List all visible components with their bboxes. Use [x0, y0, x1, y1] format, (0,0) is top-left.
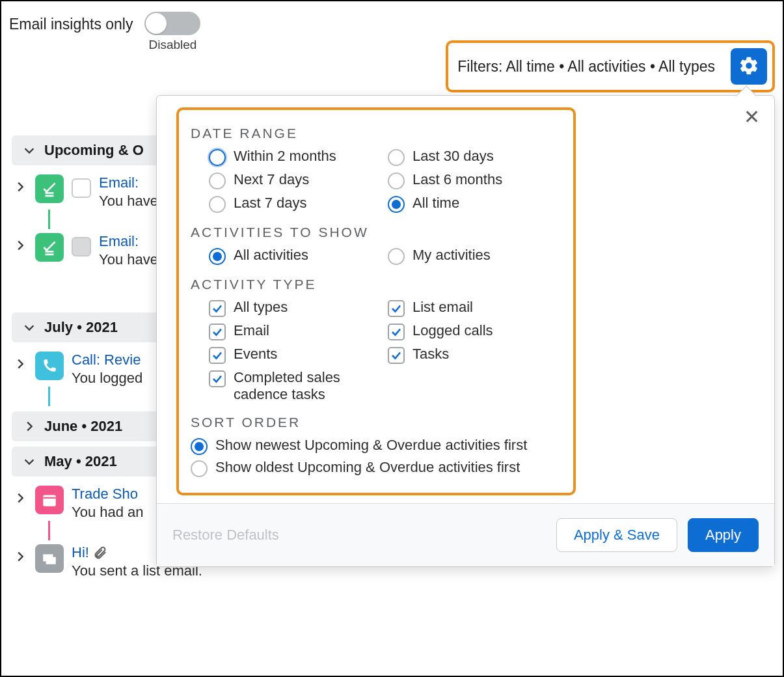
activity-type-option[interactable]: Email — [209, 322, 383, 340]
list-email-icon — [35, 544, 64, 573]
gear-icon — [738, 55, 759, 78]
close-icon: ✕ — [744, 106, 760, 128]
email-insights-label: Email insights only — [9, 12, 133, 33]
activities-option[interactable]: My activities — [388, 247, 561, 265]
sort-order-option[interactable]: Show oldest Upcoming & Overdue activitie… — [191, 459, 561, 477]
activities-option[interactable]: All activities — [209, 247, 383, 265]
call-icon — [35, 352, 64, 380]
chevron-down-icon — [22, 320, 36, 335]
sort-order-title: Sort Order — [191, 415, 561, 430]
expand-item-button[interactable] — [13, 491, 27, 508]
date-range-option[interactable]: Last 30 days — [388, 148, 561, 166]
option-label: Last 30 days — [412, 148, 494, 165]
activity-sub: You had an — [72, 504, 144, 521]
option-label: List email — [412, 299, 473, 316]
activity-sub: You logged — [72, 370, 142, 387]
activity-type-option[interactable]: Logged calls — [388, 322, 561, 340]
activity-type-option[interactable]: Events — [209, 346, 383, 364]
section-label: Upcoming & O — [44, 142, 144, 159]
task-icon — [35, 174, 64, 203]
activity-link[interactable]: Call: Revie — [72, 352, 142, 368]
apply-button[interactable]: Apply — [688, 518, 759, 552]
chevron-right-icon — [22, 419, 36, 434]
date-range-option[interactable]: Last 6 months — [388, 171, 561, 189]
attachment-icon — [93, 546, 107, 560]
activity-type-title: Activity Type — [191, 277, 561, 292]
date-range-option[interactable]: Last 7 days — [209, 195, 383, 213]
option-label: Last 6 months — [412, 171, 502, 188]
activity-type-option[interactable]: All types — [209, 299, 383, 317]
option-label: All types — [234, 299, 288, 316]
apply-and-save-button[interactable]: Apply & Save — [556, 518, 677, 552]
event-icon — [35, 486, 64, 514]
option-label: Logged calls — [412, 322, 493, 339]
activity-link[interactable]: Hi! — [72, 544, 89, 561]
date-range-option[interactable]: All time — [388, 195, 561, 213]
section-label: June • 2021 — [44, 418, 122, 435]
option-label: All time — [412, 195, 459, 212]
email-insights-toggle[interactable] — [144, 12, 200, 35]
expand-item-button[interactable] — [13, 357, 27, 374]
expand-item-button[interactable] — [13, 238, 27, 256]
date-range-title: Date Range — [191, 126, 561, 141]
option-label: Show oldest Upcoming & Overdue activitie… — [215, 459, 520, 476]
task-checkbox[interactable] — [72, 178, 91, 198]
option-label: Within 2 months — [234, 148, 336, 165]
close-button[interactable]: ✕ — [740, 106, 763, 128]
option-label: All activities — [234, 247, 308, 264]
option-label: My activities — [412, 247, 491, 264]
activity-type-option[interactable]: Completed sales cadence tasks — [209, 369, 383, 403]
section-label: May • 2021 — [44, 453, 117, 470]
filter-popup: ✕ Date Range Within 2 months Last 30 day… — [156, 95, 775, 567]
section-label: July • 2021 — [44, 319, 118, 336]
date-range-option[interactable]: Next 7 days — [209, 171, 383, 189]
filter-settings-button[interactable] — [731, 48, 767, 85]
expand-item-button[interactable] — [13, 549, 27, 567]
option-label: Next 7 days — [234, 171, 309, 188]
activities-to-show-title: Activities to Show — [191, 225, 561, 240]
activity-link[interactable]: Trade Sho — [72, 486, 144, 503]
chevron-down-icon — [22, 454, 36, 469]
filter-bar: Filters: All time • All activities • All… — [446, 40, 775, 92]
toggle-state-label: Disabled — [149, 38, 197, 52]
date-range-option[interactable]: Within 2 months — [209, 148, 383, 166]
task-checkbox[interactable] — [72, 237, 91, 256]
activity-type-option[interactable]: Tasks — [388, 346, 561, 364]
activity-type-option[interactable]: List email — [388, 299, 561, 317]
chevron-down-icon — [22, 143, 36, 158]
filter-summary: Filters: All time • All activities • All… — [457, 58, 715, 76]
expand-item-button[interactable] — [13, 180, 27, 197]
option-label: Tasks — [412, 346, 449, 363]
svg-rect-0 — [43, 495, 56, 506]
toggle-thumb — [146, 13, 167, 34]
option-label: Show newest Upcoming & Overdue activitie… — [215, 437, 527, 454]
sort-order-option[interactable]: Show newest Upcoming & Overdue activitie… — [191, 437, 561, 455]
restore-defaults-button[interactable]: Restore Defaults — [172, 527, 279, 544]
option-label: Email — [234, 322, 269, 339]
option-label: Events — [234, 346, 277, 363]
option-label: Last 7 days — [234, 195, 307, 212]
task-icon — [35, 233, 64, 262]
option-label: Completed sales cadence tasks — [234, 369, 383, 403]
